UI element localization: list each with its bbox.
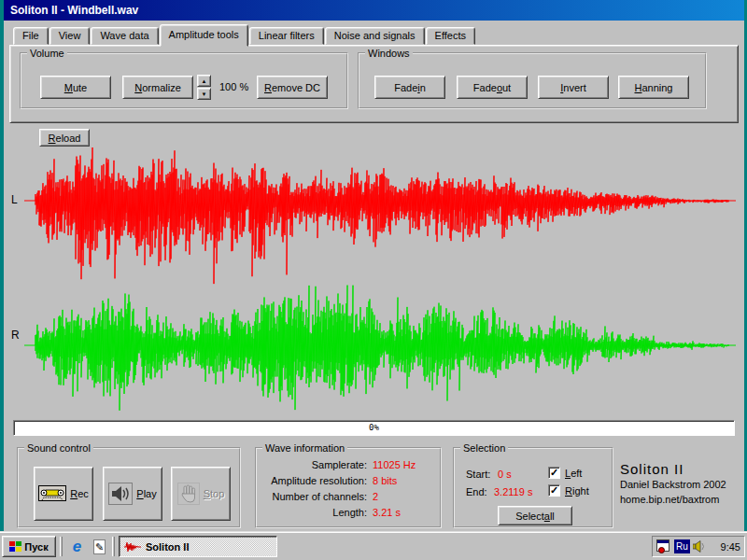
length-value: 3.21 s	[373, 505, 440, 521]
about-block: Soliton II Daniel Backstrom 2002 home.bi…	[620, 461, 726, 507]
internet-explorer-icon[interactable]: e	[67, 537, 87, 556]
samplerate-label: Samplerate:	[257, 457, 367, 473]
clock: 9:45	[721, 541, 740, 553]
waveform-icon	[124, 541, 141, 553]
select-all-button[interactable]: Select all	[498, 506, 572, 525]
author-text: Daniel Backstrom 2002	[620, 477, 726, 492]
invert-button[interactable]: Invert	[538, 76, 609, 99]
spinner-up-button[interactable]: ▲	[197, 75, 211, 87]
task-button-label: Soliton II	[146, 541, 189, 553]
windows-logo-icon	[9, 541, 21, 553]
volume-spinner: ▲ ▼	[197, 75, 211, 100]
left-checkbox-row: ✓ Left	[548, 467, 582, 479]
tab-strip: File View Wave data Amplitude tools Line…	[13, 24, 476, 45]
reload-button[interactable]: Reload	[39, 129, 90, 147]
fade-out-button[interactable]: Fade out	[457, 76, 528, 99]
up-arrow-icon: ▲	[202, 78, 207, 84]
scheduler-icon[interactable]	[656, 539, 671, 553]
language-indicator[interactable]: Ru	[674, 539, 690, 553]
record-button-label: Rec	[70, 488, 89, 499]
stop-button-label: Stop	[204, 488, 225, 499]
volume-group-legend: Volume	[27, 48, 67, 59]
left-channel-label: L	[11, 193, 18, 206]
waveform-display[interactable]	[4, 147, 739, 418]
windows-group: Windows Fade in Fade out Invert Hanning	[358, 48, 707, 109]
checkmark-icon: ✓	[550, 484, 558, 496]
stop-hand-icon	[177, 483, 200, 505]
app-window: Soliton II - Windbell.wav File View Wave…	[4, 0, 744, 532]
title-bar[interactable]: Soliton II - Windbell.wav	[4, 0, 744, 21]
notepad-pencil-icon[interactable]: ✎	[90, 537, 109, 556]
wave-information-group: Wave information Samplerate: 11025 Hz Am…	[255, 442, 442, 528]
remove-dc-button[interactable]: Remove DC	[257, 76, 328, 99]
normalize-button[interactable]: Normalize	[122, 76, 193, 99]
website-text: home.bip.net/baxtrom	[620, 492, 726, 507]
channels-value: 2	[373, 489, 440, 505]
speaker-icon	[108, 483, 133, 505]
wave-information-table: Samplerate: 11025 Hz Amplitude resolutio…	[257, 454, 440, 521]
down-arrow-icon: ▼	[202, 91, 207, 97]
tab-wave-data[interactable]: Wave data	[91, 27, 158, 45]
tab-effects[interactable]: Effects	[426, 27, 475, 45]
amplitude-resolution-label: Amplitude resolution:	[257, 473, 367, 489]
sound-control-group: Sound control Rec Play	[17, 442, 241, 528]
amplitude-resolution-value: 8 bits	[373, 473, 440, 489]
checkmark-icon: ✓	[550, 467, 558, 478]
spinner-down-button[interactable]: ▼	[197, 88, 211, 100]
tab-linear-filters[interactable]: Linear filters	[249, 27, 324, 45]
selection-end-value: 3.2119 s	[494, 486, 532, 497]
left-checkbox-label: Left	[565, 468, 582, 479]
selection-group: Selection Start: 0 s End: 3.2119 s ✓ Lef…	[453, 442, 613, 528]
stop-button[interactable]: Stop	[171, 467, 231, 521]
tab-amplitude-tools[interactable]: Amplitude tools	[160, 24, 248, 47]
right-channel-label: R	[11, 329, 20, 342]
right-checkbox-label: Right	[565, 485, 589, 497]
start-button[interactable]: Пуск	[2, 536, 56, 557]
taskbar: Пуск e ✎ Soliton II Ru 9:45	[0, 532, 747, 560]
tab-file[interactable]: File	[13, 27, 49, 45]
mute-button[interactable]: Mute	[40, 76, 111, 99]
play-button-label: Play	[136, 488, 156, 499]
right-checkbox[interactable]: ✓	[548, 484, 560, 497]
task-button-soliton[interactable]: Soliton II	[119, 536, 277, 557]
right-checkbox-row: ✓ Right	[548, 484, 589, 497]
wave-information-legend: Wave information	[262, 442, 347, 454]
selection-start-label: Start:	[466, 469, 490, 480]
record-button[interactable]: Rec	[34, 467, 93, 521]
taskbar-divider	[112, 537, 115, 556]
selection-end-label: End:	[466, 486, 487, 497]
tab-view[interactable]: View	[49, 27, 91, 45]
start-button-label: Пуск	[24, 541, 48, 553]
app-name-text: Soliton II	[620, 461, 726, 477]
volume-group: Volume Mute Normalize ▲ ▼ 100 % Remove D…	[20, 48, 348, 109]
channels-label: Number of channels:	[257, 489, 367, 505]
cassette-icon	[38, 484, 66, 503]
sound-control-legend: Sound control	[24, 442, 93, 454]
taskbar-divider	[60, 537, 63, 556]
progress-bar: 0%	[13, 420, 735, 436]
window-title: Soliton II - Windbell.wav	[10, 4, 138, 17]
fade-in-button[interactable]: Fade in	[374, 76, 445, 99]
samplerate-value: 11025 Hz	[373, 457, 440, 473]
system-tray: Ru 9:45	[652, 536, 745, 557]
amplitude-tools-panel: Volume Mute Normalize ▲ ▼ 100 % Remove D…	[9, 45, 739, 123]
progress-value: 0%	[369, 423, 379, 432]
selection-start-value: 0 s	[498, 469, 512, 480]
left-checkbox[interactable]: ✓	[548, 467, 560, 479]
selection-legend: Selection	[460, 442, 508, 454]
windows-group-legend: Windows	[365, 48, 413, 59]
volume-tray-icon[interactable]	[693, 540, 706, 553]
hanning-button[interactable]: Hanning	[618, 76, 689, 99]
tab-noise-and-signals[interactable]: Noise and signals	[325, 27, 425, 45]
volume-percent-value: 100 %	[219, 81, 248, 92]
play-button[interactable]: Play	[103, 467, 162, 521]
length-label: Length:	[257, 505, 367, 521]
